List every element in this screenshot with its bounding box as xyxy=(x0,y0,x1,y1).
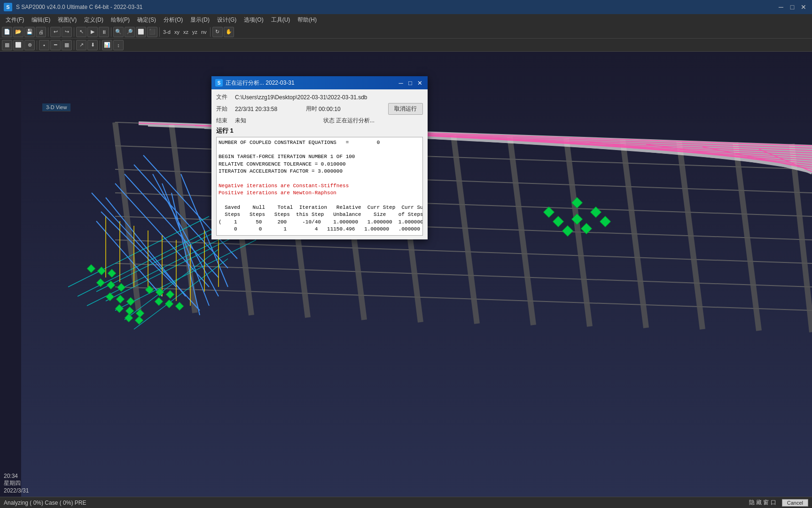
tb-zoom-prev[interactable]: ⬛ xyxy=(147,27,157,37)
menu-bar: 文件(F) 编辑(E) 视图(V) 定义(D) 绘制(P) 确定(S) 分析(O… xyxy=(0,14,812,25)
file-row: 文件 C:\Users\zzg19\Desktop\2022-03-31\202… xyxy=(216,93,423,101)
dialog-titlebar[interactable]: S 正在运行分析... 2022-03-31 ─ □ ✕ xyxy=(211,76,428,89)
menu-options[interactable]: 选项(O) xyxy=(240,15,267,25)
menu-edit[interactable]: 编辑(E) xyxy=(28,15,54,25)
toolbar-1: 📄 📂 💾 🖨 ↩ ↪ ↖ ▶ ⏸ 🔍 🔎 ⬜ ⬛ 3-d xy xz yz n… xyxy=(0,25,812,39)
time-row: 开始 22/3/31 20:33:58 用时 00:00:10 取消运行 xyxy=(216,103,423,115)
tb-nv-label: nv xyxy=(200,29,208,35)
tb-pointer[interactable]: ↖ xyxy=(76,27,86,37)
duration-value: 00:00:10 xyxy=(319,106,388,112)
menu-design[interactable]: 设计(G) xyxy=(213,15,240,25)
app-icon: S xyxy=(4,3,12,11)
file-label: 文件 xyxy=(216,93,235,101)
menu-view[interactable]: 视图(V) xyxy=(54,15,80,25)
bottom-left-info: 20:34 星期四 2022/3/31 xyxy=(4,473,29,494)
status-value: 正在运行分析... xyxy=(336,117,423,125)
sep8 xyxy=(100,40,100,50)
tb-new[interactable]: 📄 xyxy=(2,27,12,37)
tb-run[interactable]: ▶ xyxy=(87,27,98,37)
tb-pan[interactable]: ✋ xyxy=(224,27,234,37)
menu-file[interactable]: 文件(F) xyxy=(2,15,28,25)
tb2-disp[interactable]: 📊 xyxy=(102,40,112,50)
dialog-window-controls: ─ □ ✕ xyxy=(397,79,424,87)
window-controls: ─ □ ✕ xyxy=(776,2,808,12)
title-text: S SAP2000 v24.0.0 Ultimate C 64-bit - 20… xyxy=(16,4,776,10)
tb-rotate[interactable]: ↻ xyxy=(212,27,223,37)
tb-xz-label: xz xyxy=(182,29,190,35)
hide-windows-btn[interactable]: 隐 藏 窗 口 xyxy=(749,499,776,507)
menu-draw[interactable]: 绘制(P) xyxy=(107,15,133,25)
tb-pause[interactable]: ⏸ xyxy=(99,27,109,37)
status-label: 状态 xyxy=(322,117,336,125)
tb-xy-label: xy xyxy=(173,29,181,35)
tb2-assign[interactable]: ↗ xyxy=(76,40,86,50)
dialog-maximize[interactable]: □ xyxy=(406,79,414,87)
tb2-area[interactable]: ▦ xyxy=(62,40,72,50)
dialog-close[interactable]: ✕ xyxy=(415,79,424,87)
tb-redo[interactable]: ↪ xyxy=(62,27,72,37)
status-row: 结束 未知 状态 正在运行分析... xyxy=(216,117,423,125)
sep5 xyxy=(210,27,211,37)
tb-yz-label: yz xyxy=(191,29,199,35)
sep3 xyxy=(111,27,111,37)
date-display: 2022/3/31 xyxy=(4,487,29,494)
close-button[interactable]: ✕ xyxy=(799,2,808,12)
tb-save[interactable]: 💾 xyxy=(24,27,35,37)
dialog-minimize[interactable]: ─ xyxy=(397,79,405,87)
menu-select[interactable]: 确定(S) xyxy=(133,15,160,25)
duration-label: 用时 xyxy=(304,105,319,113)
status-bar: Analyzing ( 0%) Case ( 0%) PRE 隐 藏 窗 口 C… xyxy=(0,497,812,508)
tb2-frame[interactable]: ━ xyxy=(50,40,61,50)
menu-define[interactable]: 定义(D) xyxy=(80,15,107,25)
menu-display[interactable]: 显示(D) xyxy=(187,15,213,25)
status-right-area: 隐 藏 窗 口 Cancel xyxy=(749,499,808,507)
start-label: 开始 xyxy=(216,105,235,113)
tb2-snap[interactable]: ⊕ xyxy=(24,40,35,50)
tb-3d-label: 3-d xyxy=(162,29,172,35)
dialog-body: 文件 C:\Users\zzg19\Desktop\2022-03-31\202… xyxy=(211,89,428,239)
dialog-icon: S xyxy=(215,79,223,87)
file-value: C:\Users\zzg19\Desktop\2022-03-31\2022-0… xyxy=(235,94,423,101)
menu-help[interactable]: 帮助(H) xyxy=(294,15,320,25)
end-label: 结束 xyxy=(216,117,235,125)
tb-open[interactable]: 📂 xyxy=(13,27,23,37)
view-tab[interactable]: 3-D View xyxy=(42,103,70,111)
sep7 xyxy=(74,40,74,50)
tb2-node[interactable]: • xyxy=(39,40,49,50)
dialog-title: 正在运行分析... 2022-03-31 xyxy=(226,79,394,87)
tb-zoom-out[interactable]: 🔎 xyxy=(125,27,135,37)
tb2-select[interactable]: ▦ xyxy=(2,40,12,50)
title-bar: S S SAP2000 v24.0.0 Ultimate C 64-bit - … xyxy=(0,0,812,14)
start-value: 22/3/31 20:33:58 xyxy=(235,106,304,112)
log-area[interactable]: FORCE CONVERGENCE TOLERANCE (RELATIVE) =… xyxy=(216,137,423,236)
minimize-button[interactable]: ─ xyxy=(776,2,786,12)
sep4 xyxy=(159,27,160,37)
cancel-run-button[interactable]: 取消运行 xyxy=(388,103,423,115)
end-value: 未知 xyxy=(235,117,322,125)
weekday-display: 星期四 xyxy=(4,479,29,487)
sep2 xyxy=(74,27,74,37)
tb2-force[interactable]: ↕ xyxy=(113,40,124,50)
sep1 xyxy=(48,27,48,37)
tb-zoom-in[interactable]: 🔍 xyxy=(113,27,124,37)
tb-undo[interactable]: ↩ xyxy=(50,27,61,37)
tb-print[interactable]: 🖨 xyxy=(36,27,46,37)
cancel-button[interactable]: Cancel xyxy=(782,499,808,507)
sep6 xyxy=(37,40,37,50)
run-label: 运行 1 xyxy=(216,127,423,135)
menu-tools[interactable]: 工具(U) xyxy=(267,15,294,25)
status-text: Analyzing ( 0%) Case ( 0%) PRE xyxy=(4,500,742,506)
maximize-button[interactable]: □ xyxy=(788,2,797,12)
time-display: 20:34 xyxy=(4,473,29,479)
tb-zoom-fit[interactable]: ⬜ xyxy=(136,27,146,37)
toolbar-2: ▦ ⬜ ⊕ • ━ ▦ ↗ ⬇ 📊 ↕ xyxy=(0,39,812,52)
tb2-load[interactable]: ⬇ xyxy=(87,40,98,50)
menu-analyze[interactable]: 分析(O) xyxy=(160,15,187,25)
tb2-rect[interactable]: ⬜ xyxy=(13,40,23,50)
analysis-dialog: S 正在运行分析... 2022-03-31 ─ □ ✕ 文件 C:\Users… xyxy=(211,76,428,239)
